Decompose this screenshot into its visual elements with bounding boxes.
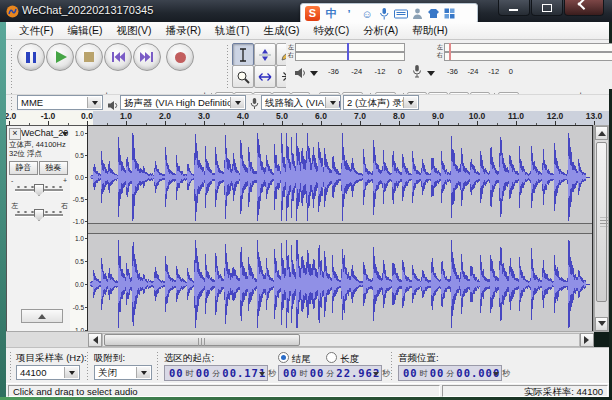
timeshift-tool-button[interactable] (254, 65, 276, 88)
sel-start-minutes: 00 (196, 367, 211, 379)
recording-meter-left-label: 左 (437, 44, 443, 51)
envelope-tool-button[interactable] (254, 43, 276, 66)
window-title: WeChat_20220213170345 (22, 4, 153, 16)
horizontal-scroll-thumb[interactable] (104, 334, 300, 346)
timeline-label: 10.0 (469, 111, 486, 121)
pos-minutes: 00 (430, 367, 445, 379)
selection-toolbar-separator-1[interactable] (86, 351, 89, 381)
menu-item-8[interactable]: 分析(A) (356, 22, 405, 40)
track-close-button[interactable]: × (9, 128, 21, 140)
time-format-dropdown[interactable] (259, 372, 265, 379)
skip-to-end-button[interactable] (133, 43, 161, 71)
horizontal-scrollbar[interactable] (6, 331, 594, 347)
menu-item-7[interactable]: 特效(C) (307, 22, 357, 40)
pan-slider-thumb[interactable] (34, 209, 44, 221)
project-rate-select[interactable]: 44100 (16, 365, 80, 380)
zoom-tool-button[interactable] (232, 65, 254, 88)
playback-meter[interactable]: 左 右 -36-24-120 (286, 43, 406, 89)
length-radio[interactable] (326, 352, 337, 363)
menu-item-4[interactable]: 播录(R) (158, 22, 208, 40)
scroll-left-button[interactable] (88, 333, 102, 347)
selection-start-time[interactable]: 00时 00分 00.171秒 (164, 365, 268, 381)
solo-button[interactable]: 独奏 (39, 161, 68, 175)
snap-to-label: 吸附到: (94, 352, 125, 365)
recording-meter-dropdown[interactable] (427, 71, 435, 80)
selection-toolbar-grip[interactable] (9, 351, 12, 381)
scroll-down-button[interactable] (595, 317, 608, 331)
ime-skin-icon[interactable] (427, 8, 440, 19)
selection-toolbar-separator-2[interactable] (156, 351, 159, 381)
selection-toolbar-separator-3[interactable] (390, 351, 393, 381)
close-button[interactable] (564, 0, 604, 16)
track-menu-dropdown[interactable] (62, 132, 68, 139)
timeline-ruler[interactable]: -2.0-1.00.01.02.03.04.05.06.07.08.09.010… (6, 111, 609, 126)
mute-button[interactable]: 静音 (9, 161, 38, 175)
pause-icon (26, 52, 36, 63)
timeline-label: -1.0 (41, 111, 56, 121)
vertical-ruler-label: 1.0 (75, 130, 84, 137)
playback-device-select[interactable]: 扬声器 (VIA High Definitio (120, 95, 246, 110)
recording-device-select[interactable]: 线路输入 (VIA High Definit (261, 95, 341, 110)
timeline-label: 8.0 (393, 111, 405, 121)
timeline-label: -2.0 (6, 111, 16, 121)
skip-end-icon (140, 51, 154, 63)
recording-channels-select[interactable]: 2 (立体声) 录制 (343, 95, 419, 110)
meter-scale-value: -24 (351, 67, 362, 76)
track-vertical-ruler[interactable]: 1.00.50.0-0.5-1.01.00.50.0-0.5-1.0 (70, 125, 87, 332)
ime-voice-icon[interactable] (378, 7, 390, 20)
meter-scale-value: -24 (468, 67, 479, 76)
play-button[interactable] (46, 43, 74, 71)
transport-toolbar-grip[interactable] (10, 44, 13, 88)
tools-toolbar-grip[interactable] (226, 44, 229, 88)
sogou-logo[interactable]: S (305, 6, 320, 21)
menu-item-2[interactable]: 编辑(E) (60, 22, 109, 40)
ime-keyboard-icon[interactable] (394, 9, 408, 19)
vertical-scrollbar[interactable] (594, 125, 609, 332)
minimize-button[interactable] (498, 0, 530, 16)
menu-item-6[interactable]: 生成(G) (256, 22, 306, 40)
snap-to-value: 关闭 (98, 367, 117, 378)
end-radio[interactable] (278, 352, 289, 363)
playback-meter-bar-right (295, 52, 405, 61)
menu-item-3[interactable]: 视图(V) (109, 22, 158, 40)
ime-language-button[interactable]: 中 (324, 6, 338, 21)
ime-emoji-button[interactable]: ☺ (360, 8, 374, 20)
ime-punctuation-button[interactable]: ’ (342, 8, 356, 20)
playback-meter-right-label: 右 (288, 52, 294, 59)
recording-meter[interactable]: 左 右 -36-24-120 (409, 43, 612, 89)
scroll-right-button[interactable] (580, 333, 594, 347)
playback-device-value: 扬声器 (VIA High Definitio (124, 97, 232, 108)
skip-to-start-button[interactable] (104, 43, 132, 71)
audio-host-select[interactable]: MME (17, 95, 103, 110)
ime-settings-icon[interactable] (412, 8, 423, 20)
selection-tool-button[interactable] (232, 43, 254, 66)
selection-end-time[interactable]: 00时 00分 22.962秒 (278, 365, 382, 381)
snap-to-select[interactable]: 关闭 (94, 365, 152, 380)
stop-button[interactable] (75, 43, 103, 71)
end-radio-label[interactable]: 结尾 (292, 353, 311, 364)
vertical-scroll-thumb[interactable] (596, 142, 607, 302)
length-radio-label[interactable]: 长度 (340, 353, 359, 364)
time-format-dropdown[interactable] (493, 372, 499, 379)
stereo-waveform[interactable] (88, 126, 592, 331)
waveform-display[interactable] (87, 125, 593, 332)
menu-item-5[interactable]: 轨道(T) (208, 22, 256, 40)
pause-button[interactable] (17, 43, 45, 71)
playback-meter-dropdown[interactable] (310, 71, 318, 80)
menu-item-1[interactable]: 文件(F) (12, 22, 60, 40)
gain-min-label: - (11, 177, 13, 184)
menu-item-9[interactable]: 帮助(H) (405, 22, 455, 40)
ime-toolbox-icon[interactable] (444, 8, 455, 19)
playback-meter-bar-left (295, 43, 405, 52)
audio-position-time[interactable]: 00时 00分 00.000秒 (398, 365, 502, 381)
seconds-unit: 秒 (268, 368, 276, 379)
record-button[interactable] (166, 43, 194, 71)
sel-end-minutes: 00 (310, 367, 325, 379)
gain-slider-thumb[interactable] (34, 184, 44, 196)
vertical-ruler-label: 0.5 (75, 152, 84, 159)
maximize-button[interactable] (531, 0, 563, 16)
scroll-up-button[interactable] (595, 126, 608, 140)
time-format-dropdown[interactable] (373, 372, 379, 379)
track-collapse-button[interactable] (21, 309, 63, 323)
device-toolbar-grip[interactable] (10, 96, 13, 111)
